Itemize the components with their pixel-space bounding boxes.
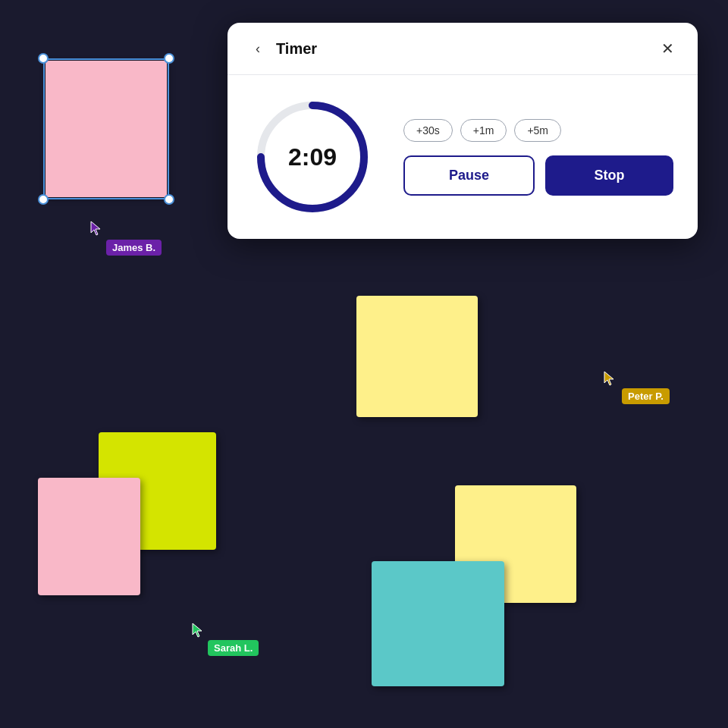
james-cursor (89, 220, 103, 240)
peter-label: Peter P. (622, 388, 670, 404)
timer-actions: Pause Stop (403, 155, 673, 196)
preset-1m[interactable]: +1m (460, 119, 507, 142)
timer-controls: +30s +1m +5m Pause Stop (403, 119, 673, 196)
preset-5m[interactable]: +5m (514, 119, 561, 142)
sarah-label: Sarah L. (208, 640, 259, 656)
pause-button[interactable]: Pause (403, 155, 535, 196)
timer-display: 2:09 (288, 143, 337, 171)
handle-br[interactable] (164, 194, 174, 205)
handle-bl[interactable] (38, 194, 49, 205)
timer-title: Timer (276, 40, 655, 58)
sticky-note-teal-br (372, 561, 504, 686)
james-label: James B. (106, 240, 162, 256)
timer-close-button[interactable]: ✕ (655, 36, 679, 61)
stop-button[interactable]: Stop (545, 155, 673, 196)
sticky-note-yellow-top (356, 296, 478, 417)
selection-border (43, 58, 169, 199)
timer-header: ‹ Timer ✕ (228, 23, 698, 75)
close-icon: ✕ (661, 39, 674, 58)
selected-pink-note[interactable] (46, 61, 167, 197)
handle-tr[interactable] (164, 53, 174, 64)
timer-presets: +30s +1m +5m (403, 119, 673, 142)
timer-back-button[interactable]: ‹ (246, 36, 270, 61)
peter-cursor (603, 370, 617, 390)
timer-body: 2:09 +30s +1m +5m Pause Stop (228, 75, 698, 239)
timer-modal: ‹ Timer ✕ 2:09 +30s +1m +5m Pause (228, 23, 698, 239)
back-icon: ‹ (256, 41, 260, 57)
handle-tl[interactable] (38, 53, 49, 64)
sarah-cursor (191, 622, 205, 642)
sticky-note-pink-bl (38, 478, 140, 595)
preset-30s[interactable]: +30s (403, 119, 453, 142)
timer-circle: 2:09 (252, 96, 373, 218)
